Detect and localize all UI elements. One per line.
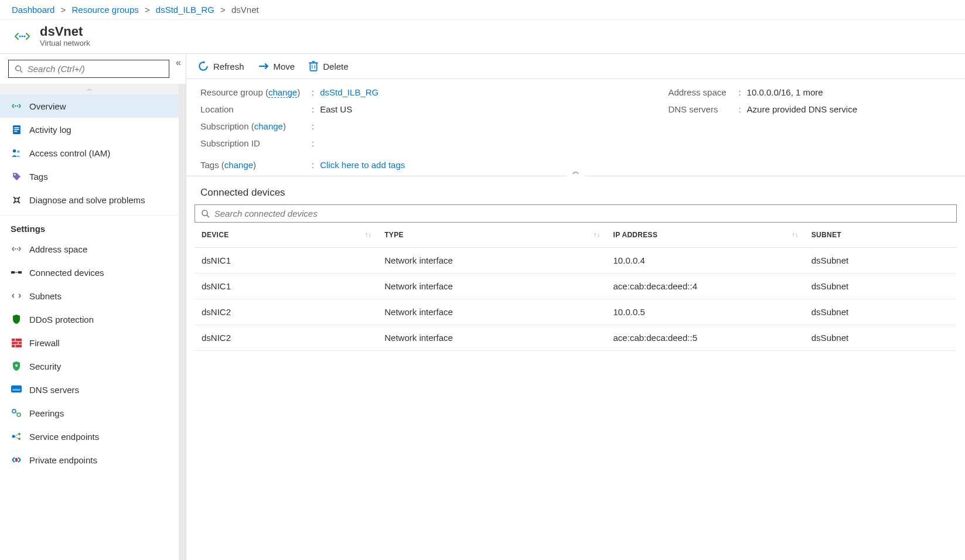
prop-label-resource-group: Resource group (change) <box>200 87 312 97</box>
move-button[interactable]: Move <box>258 61 295 71</box>
sidebar-search[interactable] <box>8 60 169 78</box>
refresh-icon <box>198 61 209 71</box>
dns-icon: www <box>11 384 22 395</box>
sidebar-item-label: Peerings <box>29 408 64 418</box>
sidebar-item-overview[interactable]: Overview <box>0 94 179 118</box>
log-icon <box>11 124 22 135</box>
svg-point-33 <box>18 433 21 435</box>
cell-ip: 10.0.0.5 <box>606 299 804 325</box>
sidebar-item-label: Private endpoints <box>29 455 97 465</box>
sort-icon: ↑↓ <box>792 231 799 238</box>
iam-icon <box>11 147 22 159</box>
cell-ip: ace:cab:deca:deed::5 <box>606 325 804 351</box>
tag-icon <box>11 170 22 182</box>
sidebar-item-label: Diagnose and solve problems <box>29 195 145 205</box>
sidebar-item-dns[interactable]: www DNS servers <box>0 378 179 401</box>
change-resource-group-link[interactable]: change <box>268 87 297 98</box>
svg-rect-19 <box>14 272 19 273</box>
cell-ip: ace:cab:deca:deed::4 <box>606 274 804 299</box>
sidebar-item-security[interactable]: Security <box>0 354 179 378</box>
cell-device: dsNIC1 <box>195 248 377 274</box>
table-row[interactable]: dsNIC2Network interface10.0.0.5dsSubnet <box>195 299 957 325</box>
change-tags-link[interactable]: change <box>224 160 253 170</box>
sidebar-item-subnets[interactable]: Subnets <box>0 284 179 308</box>
sidebar-item-firewall[interactable]: Firewall <box>0 331 179 354</box>
sidebar-item-label: Access control (IAM) <box>29 148 110 158</box>
breadcrumb-sep: > <box>220 5 226 15</box>
devices-table: DEVICE↑↓ TYPE↑↓ IP ADDRESS↑↓ SUBNET dsNI… <box>195 223 957 351</box>
sidebar-item-peerings[interactable]: Peerings <box>0 401 179 425</box>
col-ip[interactable]: IP ADDRESS↑↓ <box>606 223 804 248</box>
breadcrumb-link[interactable]: dsStd_ILB_RG <box>156 5 214 15</box>
svg-point-34 <box>18 438 21 440</box>
svg-line-35 <box>15 434 18 436</box>
breadcrumb-sep: > <box>145 5 150 15</box>
breadcrumb-link[interactable]: Dashboard <box>12 5 54 15</box>
svg-line-4 <box>20 70 22 72</box>
sidebar-item-connected-devices[interactable]: Connected devices <box>0 261 179 284</box>
change-subscription-link[interactable]: change <box>254 121 283 131</box>
devices-search[interactable] <box>195 204 957 223</box>
breadcrumb-link[interactable]: Resource groups <box>72 5 139 15</box>
devices-search-input[interactable] <box>214 209 950 218</box>
scroll-up-icon[interactable]: ︿ <box>0 84 179 94</box>
page-title: dsVnet <box>40 25 90 39</box>
prop-value-location: East US <box>320 104 352 114</box>
col-type[interactable]: TYPE↑↓ <box>377 223 606 248</box>
sidebar-item-label: Address space <box>29 244 87 254</box>
diagnose-icon <box>11 194 22 206</box>
sort-icon: ↑↓ <box>594 231 601 238</box>
sidebar-collapse-icon[interactable]: « <box>176 57 181 68</box>
sidebar-item-label: Security <box>29 361 61 371</box>
sidebar-item-address-space[interactable]: Address space <box>0 237 179 261</box>
collapse-properties-icon[interactable]: ︽ <box>567 166 585 176</box>
col-device[interactable]: DEVICE↑↓ <box>195 223 377 248</box>
svg-rect-8 <box>14 127 19 128</box>
sidebar-item-diagnose[interactable]: Diagnose and solve problems <box>0 188 179 211</box>
refresh-button[interactable]: Refresh <box>198 61 244 71</box>
cell-type: Network interface <box>377 325 606 351</box>
prop-label-subscription-id: Subscription ID <box>200 138 312 148</box>
sidebar-item-label: Subnets <box>29 291 62 301</box>
sidebar-item-private-endpoints[interactable]: Private endpoints <box>0 448 179 472</box>
sidebar-item-label: Service endpoints <box>29 432 99 442</box>
sidebar-item-label: Firewall <box>29 338 60 348</box>
subnets-icon <box>11 290 22 302</box>
table-row[interactable]: dsNIC2Network interfaceace:cab:deca:deed… <box>195 325 957 351</box>
sidebar-search-input[interactable] <box>28 64 163 74</box>
col-subnet[interactable]: SUBNET <box>804 223 957 248</box>
sidebar-item-label: DNS servers <box>29 385 79 395</box>
breadcrumb-sep: > <box>61 5 66 15</box>
svg-point-3 <box>16 66 21 71</box>
svg-point-44 <box>202 210 207 216</box>
prop-value-resource-group[interactable]: dsStd_ILB_RG <box>320 87 379 97</box>
search-icon <box>201 209 210 218</box>
sidebar-item-service-endpoints[interactable]: Service endpoints <box>0 425 179 448</box>
svg-point-12 <box>17 151 20 153</box>
delete-button[interactable]: Delete <box>309 61 348 71</box>
toolbar-label: Delete <box>323 62 348 71</box>
delete-icon <box>309 61 318 71</box>
sidebar: « ︿ Overview Activity log <box>0 54 186 560</box>
sidebar-item-ddos[interactable]: DDoS protection <box>0 308 179 331</box>
cell-device: dsNIC2 <box>195 325 377 351</box>
shield-icon <box>11 360 22 372</box>
svg-point-16 <box>17 248 18 250</box>
table-row[interactable]: dsNIC1Network interface10.0.0.4dsSubnet <box>195 248 957 274</box>
sidebar-item-access-control[interactable]: Access control (IAM) <box>0 141 179 165</box>
search-icon <box>15 64 23 73</box>
table-row[interactable]: dsNIC1Network interfaceace:cab:deca:deed… <box>195 274 957 299</box>
sidebar-item-label: Activity log <box>29 125 71 135</box>
cell-subnet: dsSubnet <box>804 325 957 351</box>
add-tags-link[interactable]: Click here to add tags <box>320 160 405 170</box>
sidebar-item-label: Overview <box>29 101 66 111</box>
svg-point-13 <box>13 174 15 176</box>
page-subtitle: Virtual network <box>40 39 90 47</box>
svg-rect-10 <box>14 131 17 132</box>
sidebar-item-activity-log[interactable]: Activity log <box>0 118 179 141</box>
sidebar-item-label: DDoS protection <box>29 315 94 325</box>
svg-point-6 <box>17 105 18 107</box>
svg-point-32 <box>12 435 15 438</box>
sidebar-item-tags[interactable]: Tags <box>0 165 179 188</box>
sidebar-item-label: Connected devices <box>29 268 104 278</box>
